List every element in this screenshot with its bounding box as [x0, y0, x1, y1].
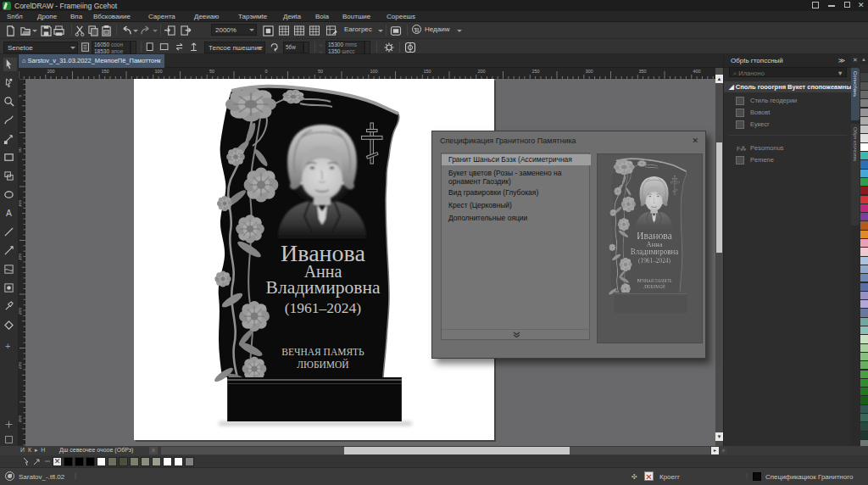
svg-text:200: 200	[47, 69, 54, 74]
svg-text:350: 350	[638, 69, 646, 74]
svg-text:300: 300	[585, 69, 593, 74]
svg-text:100: 100	[154, 69, 162, 74]
svg-text:200: 200	[19, 308, 22, 315]
svg-text:300: 300	[19, 415, 22, 423]
svg-text:400: 400	[693, 69, 700, 74]
svg-text:250: 250	[19, 362, 22, 370]
svg-text:A: A	[6, 209, 12, 218]
svg-text:100: 100	[370, 69, 377, 74]
svg-text:50: 50	[209, 69, 214, 74]
svg-text:150: 150	[19, 254, 22, 261]
svg-text:250: 250	[531, 69, 539, 74]
svg-text:50: 50	[19, 148, 22, 153]
svg-text:100: 100	[19, 200, 22, 208]
svg-text:150: 150	[423, 69, 431, 74]
svg-text:50: 50	[318, 69, 323, 74]
svg-text:0: 0	[19, 94, 22, 97]
svg-text:150: 150	[101, 69, 108, 74]
svg-text:200: 200	[477, 69, 485, 74]
svg-text:0: 0	[264, 69, 267, 74]
